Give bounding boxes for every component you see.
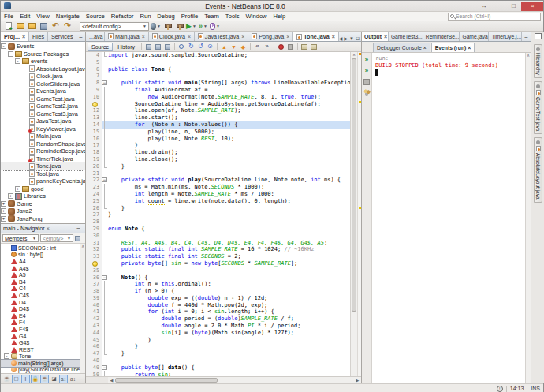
editor-tab-tonejava[interactable]: Tone.java× xyxy=(293,32,339,41)
find-previous-icon[interactable]: ↺ xyxy=(196,43,205,51)
profile-project-icon[interactable]: ▼ xyxy=(210,22,220,31)
editor-vertical-scrollbar[interactable]: ∧ xyxy=(350,52,357,376)
close-icon[interactable]: × xyxy=(142,34,145,39)
output-tab-timerdyej[interactable]: TimerDye.j... xyxy=(489,32,522,41)
tree-item-clock-java[interactable]: Clock.java xyxy=(1,73,85,80)
editor-tab-clockjava[interactable]: Clock.java× xyxy=(149,32,195,41)
output-tab-reminderbe[interactable]: ReminderBe... xyxy=(423,32,460,41)
tree-item-events[interactable]: -Events xyxy=(1,43,85,50)
tree-item-timertick-java[interactable]: TimerTick.java xyxy=(1,155,85,163)
tree-item-source-packages[interactable]: -Source Packages xyxy=(1,50,85,58)
menu-debug[interactable]: Debug xyxy=(154,12,177,21)
expand-filter[interactable]: ◪ xyxy=(50,375,58,383)
new-project-icon[interactable] xyxy=(15,22,25,31)
maximize-editor-icon[interactable]: ⊡ xyxy=(356,35,360,41)
fold-collapse-icon[interactable]: − xyxy=(102,177,107,182)
navigator-scope-select[interactable]: <empty> ▼ xyxy=(40,234,73,242)
show-non-public-filter[interactable]: 🔒 xyxy=(31,375,39,383)
minimize-window-button[interactable]: − xyxy=(491,2,506,11)
navigator-close-icon[interactable]: × xyxy=(47,225,50,232)
member-g4-[interactable]: G4$ xyxy=(1,339,85,346)
tree-item-javapong[interactable]: +JavaPong xyxy=(1,215,85,223)
show-inner-filter[interactable]: ☕ xyxy=(40,375,49,383)
fold-collapse-icon[interactable]: − xyxy=(102,80,107,85)
menu-refactor[interactable]: Refactor xyxy=(108,12,137,21)
deploy-icon[interactable]: ▼ xyxy=(151,22,161,31)
redo-icon[interactable]: ↷ xyxy=(62,22,73,31)
navigator-view-select[interactable]: Members ▼ xyxy=(2,234,39,242)
output-tab-output[interactable]: Output× xyxy=(362,32,389,41)
build-project-icon[interactable] xyxy=(162,22,173,31)
tree-item-tool-java[interactable]: Tool.java xyxy=(1,170,85,178)
tab-services[interactable]: Services xyxy=(48,32,76,41)
code-area[interactable]: 4import javax.sound.sampled.SourceDataLi… xyxy=(86,52,350,376)
rerun-with-options-icon[interactable]: » xyxy=(363,66,371,75)
find-selection-icon[interactable] xyxy=(177,43,186,51)
tree-item-randomshape-java[interactable]: RandomShape.java xyxy=(1,140,85,148)
history-view-button[interactable]: History xyxy=(114,43,139,51)
toggle-bookmark-icon[interactable]: ◆ xyxy=(239,43,248,51)
debug-project-icon[interactable]: »▼ xyxy=(198,22,208,31)
show-fields-filter[interactable]: ▢ xyxy=(12,375,20,383)
tab-list-icon[interactable]: ▼ xyxy=(349,36,354,41)
stop-build-icon[interactable] xyxy=(363,77,371,86)
member-a4[interactable]: A4 xyxy=(1,258,85,265)
show-inherited-filter[interactable]: ☕ xyxy=(2,375,11,383)
navigator-minimize-button[interactable]: − xyxy=(74,225,83,232)
notifications-icon[interactable]: ! xyxy=(497,386,503,392)
menu-profile[interactable]: Profile xyxy=(178,12,202,21)
menu-help[interactable]: Help xyxy=(270,12,289,21)
expand-icon[interactable]: + xyxy=(8,193,13,199)
tree-item-gametest2-java[interactable]: GameTest2.java xyxy=(1,103,85,110)
forward-icon[interactable] xyxy=(163,43,172,51)
console-tab-debugger-console[interactable]: Debugger Console× xyxy=(373,43,430,52)
close-icon[interactable]: × xyxy=(241,34,244,39)
close-icon[interactable]: × xyxy=(423,45,427,50)
projects-minimize-button[interactable]: − xyxy=(76,34,85,41)
tree-item-absolutelayout-java[interactable]: AbsoluteLayout.java xyxy=(1,65,85,73)
scroll-tabs-left-icon[interactable]: ◀ xyxy=(339,35,343,41)
uncomment-icon[interactable] xyxy=(310,43,319,51)
dock-tab-absolutelayout-java[interactable]: AbsoluteLayout.java xyxy=(534,137,542,203)
shift-left-icon[interactable]: « xyxy=(253,43,262,51)
scroll-left-icon[interactable]: ◀ xyxy=(108,378,115,383)
output-console[interactable]: run:BUILD STOPPED (total time: 9 seconds… xyxy=(372,53,531,383)
member-seconds-int[interactable]: SECONDS : int xyxy=(1,245,85,252)
scrollbar-thumb[interactable] xyxy=(115,378,218,383)
undo-icon[interactable]: ↶ xyxy=(50,22,61,31)
tree-item-gametest-java[interactable]: GameTest.java xyxy=(1,95,85,103)
collapse-icon[interactable]: - xyxy=(4,353,9,359)
member-d4[interactable]: D4 xyxy=(1,299,85,306)
member-main-string-args-[interactable]: main(String[] args) xyxy=(1,360,85,367)
tree-item-java2[interactable]: +Java2 xyxy=(1,207,85,215)
member-a5[interactable]: A5 xyxy=(1,271,85,278)
previous-bookmark-icon[interactable]: ▲ xyxy=(220,43,229,51)
expand-icon[interactable]: + xyxy=(1,208,6,214)
menu-run[interactable]: Run xyxy=(136,12,154,21)
sort-source-button[interactable]: a↕ xyxy=(69,375,77,383)
tree-item-libraries[interactable]: +Libraries xyxy=(1,192,85,200)
member-play-sourcedataline-line-n[interactable]: play(SourceDataLine line, N xyxy=(1,367,85,373)
config-select[interactable]: <default config>▼ xyxy=(80,22,149,31)
member-d4-[interactable]: D4$ xyxy=(1,305,85,312)
new-file-icon[interactable] xyxy=(3,22,13,31)
output-tab-gametest3[interactable]: GameTest3... xyxy=(389,32,423,41)
expand-icon[interactable]: + xyxy=(1,216,6,222)
error-stripe[interactable] xyxy=(357,52,361,376)
editor-tab-pongjava[interactable]: Pong.java× xyxy=(248,32,293,41)
back-icon[interactable] xyxy=(154,43,162,51)
navigator-table-icon[interactable] xyxy=(75,236,80,241)
editor-tab-ava[interactable]: ...ava xyxy=(86,32,105,41)
sort-alpha-button[interactable]: a↕ xyxy=(59,375,68,383)
warning-mark[interactable] xyxy=(359,207,361,209)
editor-tab-mainjava[interactable]: Main.java× xyxy=(105,32,149,41)
menu-window[interactable]: Window xyxy=(243,12,270,21)
member-e4[interactable]: E4 xyxy=(1,312,85,319)
shift-right-icon[interactable]: » xyxy=(263,43,271,51)
last-edit-icon[interactable] xyxy=(144,43,153,51)
warning-mark[interactable] xyxy=(359,101,361,103)
toggle-highlight-icon[interactable]: ⊙ xyxy=(206,43,214,51)
comment-icon[interactable] xyxy=(300,43,309,51)
span-windows-button[interactable]: ↔ xyxy=(476,2,491,11)
stop-macro-icon[interactable] xyxy=(286,43,295,51)
